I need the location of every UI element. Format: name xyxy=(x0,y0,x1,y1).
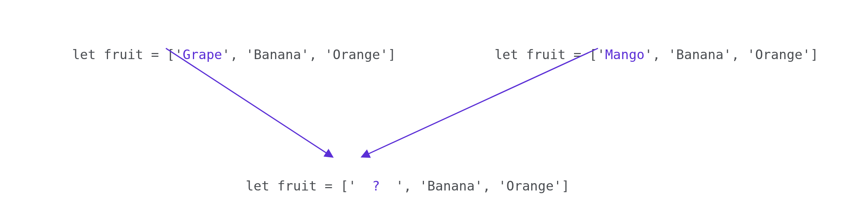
merged-gap2 xyxy=(380,178,396,194)
merged-suffix: ', 'Banana', 'Orange'] xyxy=(396,178,569,194)
code-right-prefix: let fruit = [' xyxy=(495,47,605,62)
diagram-canvas: let fruit = ['Grape', 'Banana', 'Orange'… xyxy=(0,0,868,221)
code-left-suffix: ', 'Banana', 'Orange'] xyxy=(222,47,396,62)
code-right-suffix: ', 'Banana', 'Orange'] xyxy=(645,47,818,62)
merged-gap1 xyxy=(356,178,372,194)
code-left-highlight: Grape xyxy=(182,47,222,62)
merged-question-mark: ? xyxy=(372,178,380,194)
merged-prefix: let fruit = [' xyxy=(246,178,356,194)
code-left-prefix: let fruit = [' xyxy=(72,47,183,62)
code-right-highlight: Mango xyxy=(605,47,644,62)
code-line-right: let fruit = ['Mango', 'Banana', 'Orange'… xyxy=(463,31,818,78)
code-line-merged: let fruit = [' ? ', 'Banana', 'Orange'] xyxy=(214,162,569,209)
code-line-left: let fruit = ['Grape', 'Banana', 'Orange'… xyxy=(41,31,396,78)
